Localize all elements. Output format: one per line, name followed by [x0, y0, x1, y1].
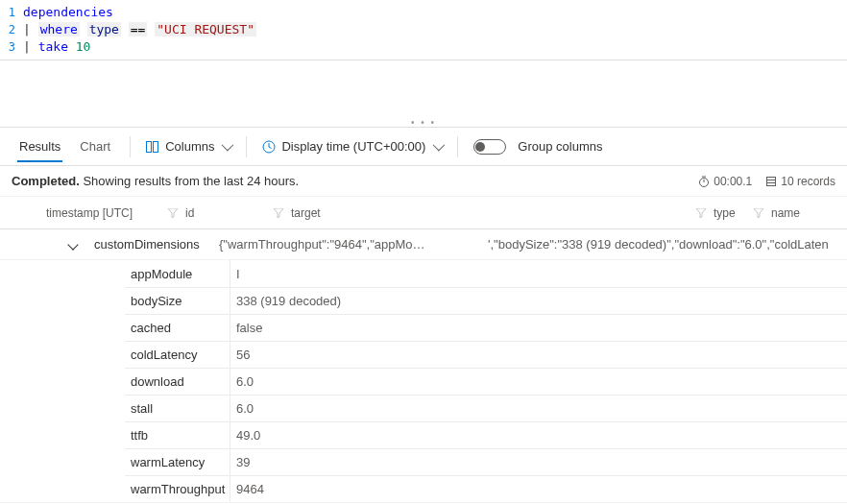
- column-header-name[interactable]: name: [771, 206, 829, 220]
- code-content[interactable]: | where type == "UCI REQUEST": [23, 21, 256, 38]
- display-time-label: Display time (UTC+00:00): [281, 139, 425, 154]
- detail-row[interactable]: appModuleI: [125, 260, 847, 287]
- records-value: 10 records: [781, 175, 835, 188]
- header-label: type: [714, 206, 736, 220]
- chevron-down-icon[interactable]: [67, 239, 78, 250]
- detail-key: warmThroughput: [125, 476, 230, 502]
- header-label: name: [771, 206, 800, 220]
- detail-value: 9464: [230, 476, 355, 502]
- elapsed-time: 00:00.1: [698, 175, 752, 188]
- divider: [130, 136, 131, 157]
- header-label: target: [291, 206, 321, 220]
- header-label: timestamp [UTC]: [46, 206, 133, 220]
- row-summary-left: {"warmThroughput":"9464","appModule":": [219, 237, 430, 252]
- column-header-type[interactable]: type: [714, 206, 771, 220]
- row-details-table: appModuleIbodySize338 (919 decoded)cache…: [0, 260, 847, 503]
- detail-row[interactable]: download6.0: [125, 368, 847, 395]
- detail-key: cached: [125, 315, 230, 341]
- filter-icon[interactable]: [168, 208, 178, 218]
- column-header-id[interactable]: id: [185, 206, 291, 220]
- column-header-target[interactable]: target: [291, 206, 714, 220]
- detail-row[interactable]: warmLatency39: [125, 448, 847, 475]
- status-bar: Completed. Showing results from the last…: [0, 166, 847, 197]
- record-count: 10 records: [765, 175, 835, 188]
- drag-handle-icon[interactable]: • • •: [411, 117, 436, 128]
- detail-value: 338 (919 decoded): [230, 288, 355, 314]
- row-key: customDimensions: [94, 237, 219, 252]
- detail-row[interactable]: ttfb49.0: [125, 421, 847, 448]
- line-number: 3: [0, 38, 23, 56]
- table-column-headers: timestamp [UTC] id target type name: [0, 197, 847, 229]
- group-columns-label: Group columns: [518, 139, 602, 154]
- stopwatch-icon: [698, 176, 710, 187]
- display-time-button[interactable]: Display time (UTC+00:00): [256, 135, 448, 157]
- filter-icon[interactable]: [754, 208, 763, 218]
- status-completed: Completed.: [12, 174, 80, 188]
- detail-row[interactable]: warmThroughput9464: [125, 475, 847, 502]
- code-content[interactable]: dependencies: [23, 4, 113, 21]
- code-line[interactable]: 1dependencies: [0, 4, 847, 21]
- tab-chart[interactable]: Chart: [70, 132, 120, 161]
- detail-value: false: [230, 315, 355, 341]
- query-editor[interactable]: 1dependencies2| where type == "UCI REQUE…: [0, 0, 847, 60]
- svg-rect-4: [767, 177, 776, 185]
- records-icon: [765, 176, 777, 187]
- filter-icon[interactable]: [274, 208, 283, 218]
- columns-icon: [146, 141, 159, 153]
- detail-value: 49.0: [230, 422, 355, 448]
- group-columns-toggle[interactable]: Group columns: [468, 135, 608, 158]
- svg-rect-1: [154, 141, 158, 152]
- row-summary-right: ',"bodySize":"338 (919 decoded)","downlo…: [488, 237, 829, 252]
- detail-row[interactable]: coldLatency56: [125, 341, 847, 368]
- detail-row[interactable]: cachedfalse: [125, 314, 847, 341]
- header-label: id: [185, 206, 194, 220]
- divider: [457, 136, 458, 157]
- toggle-switch[interactable]: [473, 139, 506, 155]
- detail-key: coldLatency: [125, 342, 230, 368]
- detail-value: 6.0: [230, 369, 355, 395]
- status-showing: Showing results from the last 24 hours.: [80, 174, 299, 188]
- detail-key: ttfb: [125, 422, 230, 448]
- table-row-expanded[interactable]: customDimensions {"warmThroughput":"9464…: [0, 229, 847, 260]
- line-number: 2: [0, 21, 23, 38]
- detail-value: 39: [230, 449, 355, 475]
- line-number: 1: [0, 4, 23, 21]
- filter-icon[interactable]: [696, 208, 706, 218]
- detail-key: bodySize: [125, 288, 230, 314]
- detail-key: download: [125, 369, 230, 395]
- clock-icon: [262, 140, 276, 154]
- divider: [246, 136, 247, 157]
- column-header-timestamp[interactable]: timestamp [UTC]: [46, 206, 185, 220]
- code-line[interactable]: 3| take 10: [0, 38, 847, 56]
- detail-key: warmLatency: [125, 449, 230, 475]
- columns-label: Columns: [165, 139, 214, 154]
- tab-results[interactable]: Results: [10, 132, 70, 161]
- detail-key: appModule: [125, 260, 230, 287]
- elapsed-value: 00:00.1: [714, 175, 752, 188]
- detail-row[interactable]: bodySize338 (919 decoded): [125, 287, 847, 314]
- detail-value: I: [230, 260, 355, 287]
- results-toolbar: Results Chart Columns Display time (UTC+…: [0, 128, 847, 166]
- code-content[interactable]: | take 10: [23, 38, 90, 56]
- columns-button[interactable]: Columns: [140, 135, 236, 157]
- detail-value: 6.0: [230, 396, 355, 421]
- detail-key: stall: [125, 396, 230, 421]
- detail-value: 56: [230, 342, 355, 368]
- svg-rect-0: [147, 141, 152, 152]
- code-line[interactable]: 2| where type == "UCI REQUEST": [0, 21, 847, 38]
- detail-row[interactable]: stall6.0: [125, 395, 847, 421]
- pane-splitter[interactable]: • • •: [0, 60, 847, 128]
